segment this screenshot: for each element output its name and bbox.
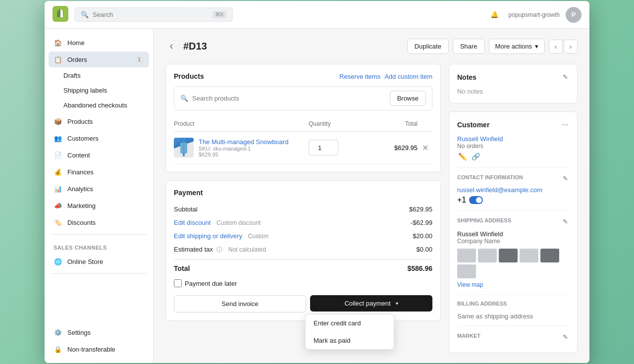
view-map-link[interactable]: View map: [457, 281, 569, 288]
product-details: The Multi-managed Snowboard SKU: sku-man…: [199, 138, 288, 157]
contact-info-header: Contact information ✎: [457, 174, 569, 183]
total-value: $586.96: [407, 264, 432, 272]
sidebar-item-settings[interactable]: ⚙️ Settings: [49, 324, 149, 340]
side-column: Notes ✎ No notes Customer ⋯ Russell Winf…: [449, 64, 578, 353]
nav-arrows: ‹ ›: [549, 40, 578, 53]
customer-more-button[interactable]: ⋯: [561, 120, 569, 129]
sidebar-item-abandoned-label: Abandoned checkouts: [63, 102, 127, 109]
content-area: #D13 Duplicate Share More actions ▾ ‹ ›: [154, 29, 589, 363]
remove-product-button[interactable]: ✕: [418, 143, 432, 153]
contact-phone-row: +1: [457, 196, 569, 205]
phone-toggle[interactable]: [469, 196, 483, 204]
map-box-4: [520, 249, 538, 262]
products-search-bar[interactable]: 🔍 Browse: [174, 86, 432, 110]
orders-icon: 📋: [53, 55, 62, 64]
shipping-col: Edit shipping or delivery Custom: [174, 232, 268, 240]
global-search[interactable]: 🔍 ⌘K: [74, 7, 233, 22]
billing-same-text: Same as shipping address: [457, 312, 569, 320]
next-arrow[interactable]: ›: [564, 40, 578, 53]
sidebar-item-products[interactable]: 📦 Products: [49, 113, 149, 129]
sidebar-item-online-store[interactable]: 🌐 Online Store: [49, 254, 149, 269]
shipping-edit-button[interactable]: ✎: [562, 217, 569, 226]
market-edit-button[interactable]: ✎: [562, 332, 569, 342]
billing-address-title: Billing address: [457, 301, 507, 307]
sidebar-item-shipping-labels-label: Shipping labels: [63, 87, 107, 94]
tax-label: Estimated tax: [174, 246, 213, 253]
sidebar-item-content[interactable]: 📄 Content: [49, 147, 149, 163]
titlebar-right: 🔔 popupsmart-growth P: [487, 7, 581, 23]
discount-type: Custom discount: [216, 219, 261, 226]
bell-icon[interactable]: 🔔: [487, 7, 503, 23]
tax-note: Not calculated: [228, 246, 266, 253]
payment-card: Payment Subtotal $629.95 Edit discount C…: [165, 180, 441, 321]
customer-card-title: Customer: [457, 121, 489, 129]
enter-credit-card-option[interactable]: Enter credit card: [306, 314, 394, 332]
sidebar-item-orders[interactable]: 📋 Orders 1: [49, 52, 149, 67]
sidebar-item-finances[interactable]: 💰 Finances: [49, 164, 149, 180]
sidebar-item-analytics[interactable]: 📊 Analytics: [49, 181, 149, 197]
home-icon: 🏠: [53, 38, 62, 47]
phone-prefix: +1: [457, 196, 466, 205]
sidebar-item-orders-label: Orders: [67, 56, 87, 63]
product-sku: SKU: sku-managed-1: [199, 146, 288, 152]
more-actions-button[interactable]: More actions ▾: [489, 39, 545, 54]
back-button[interactable]: [165, 41, 177, 52]
map-box-6: [457, 264, 476, 278]
sidebar-item-customers-label: Customers: [67, 135, 99, 142]
sidebar-item-drafts[interactable]: Drafts: [56, 68, 149, 83]
collect-payment-button[interactable]: Collect payment ▾: [310, 295, 432, 312]
sidebar-item-non-transferable-label: Non-transferable: [67, 346, 115, 353]
customer-action-btn-1[interactable]: ✏️: [457, 152, 468, 161]
sidebar-item-non-transferable[interactable]: 🔒 Non-transferable: [49, 341, 149, 357]
contact-edit-button[interactable]: ✎: [562, 174, 569, 183]
sidebar-item-customers[interactable]: 👥 Customers: [49, 130, 149, 146]
shipping-name: Russell Winfield: [457, 230, 569, 238]
shipping-type: Custom: [248, 233, 268, 240]
products-card-header: Products Reserve items Add custom item: [174, 72, 432, 80]
sidebar-item-discounts[interactable]: 🏷️ Discounts: [49, 214, 149, 230]
customer-email[interactable]: russel.winfield@example.com: [457, 186, 569, 194]
col-total: Total: [368, 120, 418, 127]
sidebar-item-analytics-label: Analytics: [67, 185, 93, 193]
sidebar-item-shipping-labels[interactable]: Shipping labels: [56, 83, 149, 98]
search-products-input[interactable]: [192, 95, 386, 102]
edit-shipping-button[interactable]: Edit shipping or delivery: [174, 232, 242, 240]
sidebar-item-home[interactable]: 🏠 Home: [49, 35, 149, 51]
orders-badge: 1: [134, 56, 144, 63]
product-qty-cell: [309, 140, 368, 156]
search-input[interactable]: [93, 11, 209, 18]
search-products-icon: 🔍: [180, 95, 188, 102]
avatar[interactable]: P: [566, 7, 581, 23]
duplicate-button[interactable]: Duplicate: [407, 39, 449, 54]
customer-card: Customer ⋯ Russell Winfield No orders ✏️…: [449, 111, 578, 353]
customer-name[interactable]: Russell Winfield: [457, 135, 569, 143]
reserve-items-button[interactable]: Reserve items: [339, 73, 380, 80]
payment-due-checkbox[interactable]: [174, 279, 182, 287]
quantity-input[interactable]: [309, 140, 338, 156]
sidebar-item-abandoned-checkouts[interactable]: Abandoned checkouts: [56, 98, 149, 112]
market-section: Market ✎: [457, 326, 569, 342]
payment-due-label: Payment due later: [185, 280, 237, 287]
product-price: $629.95: [199, 152, 288, 157]
product-name[interactable]: The Multi-managed Snowboard: [199, 138, 288, 146]
browse-button[interactable]: Browse: [390, 91, 426, 106]
shopify-logo[interactable]: [53, 6, 68, 24]
products-card-actions: Reserve items Add custom item: [339, 73, 432, 80]
edit-discount-button[interactable]: Edit discount: [174, 219, 211, 226]
share-button[interactable]: Share: [453, 39, 485, 54]
customer-action-btn-2[interactable]: 🔗: [471, 152, 481, 161]
mark-as-paid-option[interactable]: Mark as paid: [306, 332, 394, 349]
add-custom-item-button[interactable]: Add custom item: [384, 73, 432, 80]
online-store-icon: 🌐: [53, 257, 62, 266]
prev-arrow[interactable]: ‹: [549, 40, 563, 53]
main-layout: 🏠 Home 📋 Orders 1 Drafts Shipping labels…: [45, 29, 589, 363]
sidebar-item-discounts-label: Discounts: [67, 219, 96, 226]
notes-edit-button[interactable]: ✎: [562, 72, 569, 82]
payment-action-buttons: Send invoice Collect payment ▾ Enter cre…: [174, 295, 432, 312]
finances-icon: 💰: [53, 167, 62, 176]
send-invoice-button[interactable]: Send invoice: [174, 295, 306, 312]
map-box-2: [478, 249, 497, 262]
marketing-icon: 📣: [53, 201, 62, 210]
discounts-icon: 🏷️: [53, 218, 62, 227]
sidebar-item-marketing[interactable]: 📣 Marketing: [49, 198, 149, 213]
